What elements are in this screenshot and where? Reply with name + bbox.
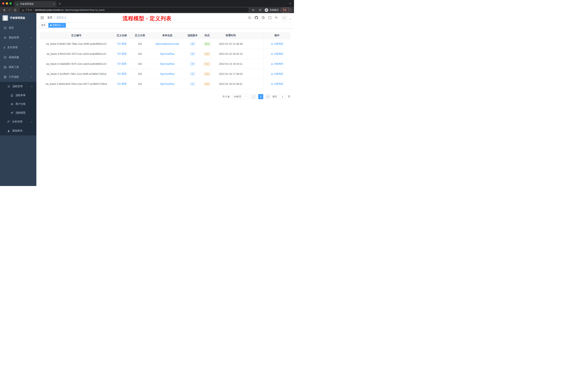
cell-spacer <box>247 59 263 69</box>
sidebar: 芋道管理系统 首页 系统管理 ¥ 支付管理 基础设施 <box>0 13 36 186</box>
chevron-up-icon <box>31 76 33 78</box>
cell-deploy-time: 2022-01-22 21:48:38 <box>215 39 247 49</box>
sidebar-logo[interactable]: 芋道管理系统 <box>0 13 36 23</box>
form-link[interactable]: /bpm/oa/flow <box>160 82 174 85</box>
tag-label: 首页 <box>41 24 45 27</box>
version-badge[interactable]: v5 <box>190 42 195 46</box>
sidebar-item-process-form[interactable]: 流程表单 <box>0 91 36 100</box>
sidebar-item-label: 请假查询 <box>12 129 22 132</box>
tag-close-icon[interactable]: × <box>63 24 64 26</box>
browser-tab[interactable]: 芋道管理系统 × <box>14 1 56 7</box>
definition-name-link[interactable]: OA 请假 <box>117 72 126 76</box>
assign-rule-button[interactable]: 分配规则 <box>271 62 283 66</box>
user-dropdown-caret-icon[interactable] <box>289 18 291 20</box>
tag-process-definition[interactable]: 流程定义 × <box>48 23 66 28</box>
update-label[interactable]: 更新 <box>283 9 287 12</box>
cell-definition-id: oa_leave:2:3c1f0ef1-76b1-11ec-9c66-a2380… <box>40 69 113 79</box>
minimize-window-button[interactable] <box>6 2 8 5</box>
address-bar[interactable]: 不安全 dashboard.yudao.iocoder.cn /bpm/mana… <box>20 8 249 12</box>
sidebar-item-infrastructure[interactable]: 基础设施 <box>0 52 36 62</box>
security-warning-icon[interactable] <box>22 9 24 11</box>
definition-name-link[interactable]: OA 请假 <box>117 42 126 45</box>
tag-home[interactable]: 首页 <box>39 23 47 28</box>
password-key-icon[interactable] <box>251 8 256 12</box>
forward-icon[interactable] <box>7 8 12 12</box>
fullscreen-icon[interactable] <box>268 16 272 19</box>
zoom-window-button[interactable] <box>10 2 12 5</box>
user-icon <box>271 63 273 65</box>
sidebar-item-home[interactable]: 首页 <box>0 23 36 33</box>
github-icon[interactable] <box>255 16 258 19</box>
help-icon[interactable] <box>262 16 265 19</box>
bookmark-star-icon[interactable] <box>258 8 262 12</box>
user-icon <box>271 43 273 45</box>
sidebar-item-workflow[interactable]: 工作流程 <box>0 72 36 82</box>
assign-rule-button[interactable]: 分配规则 <box>271 82 283 86</box>
search-icon[interactable] <box>248 16 251 19</box>
column-header: 定义分类 <box>131 32 149 39</box>
version-badge[interactable]: v2 <box>190 72 195 76</box>
monitor-icon <box>4 56 7 59</box>
font-size-icon[interactable]: TT <box>275 16 278 19</box>
version-badge[interactable]: v4 <box>190 52 195 56</box>
reload-icon[interactable] <box>13 8 17 12</box>
version-badge[interactable]: v1 <box>190 82 195 86</box>
column-spacer <box>247 32 263 39</box>
hamburger-icon[interactable] <box>39 15 45 21</box>
tab-search-chevron-icon[interactable] <box>289 0 292 7</box>
cell-category: OA <box>131 59 149 69</box>
sidebar-item-user-groups[interactable]: 用户分组 <box>0 100 36 109</box>
form-link[interactable]: /bpm/oa/flow <box>160 52 174 55</box>
assign-rule-button[interactable]: 分配规则 <box>271 52 283 55</box>
tab-title: 芋道管理系统 <box>20 2 52 6</box>
chevron-down-icon <box>31 47 33 49</box>
breadcrumb-home[interactable]: 首页 <box>47 16 52 19</box>
navbar-right-icons: TT <box>248 15 291 21</box>
security-label[interactable]: 不安全 <box>25 9 32 12</box>
assign-rule-button[interactable]: 分配规则 <box>271 42 283 45</box>
goto-label: 前往 <box>272 95 277 98</box>
sidebar-item-system[interactable]: 系统管理 <box>0 33 36 43</box>
sidebar-item-label: 任务管理 <box>12 120 22 123</box>
form-link[interactable]: /bpm/oa/leave/create <box>156 42 179 45</box>
sidebar-item-task-management[interactable]: 任务管理 <box>0 117 36 126</box>
definition-name-link[interactable]: OA 请假 <box>117 52 126 55</box>
sidebar-item-devtools[interactable]: 研发工具 <box>0 62 36 72</box>
workflow-icon <box>4 76 7 78</box>
cell-deploy-time: 2022-01-22 19:19:11 <box>215 59 247 69</box>
form-link[interactable]: /bpm/oa/flow <box>160 62 174 65</box>
definition-name-link[interactable]: OA 请假 <box>117 82 126 86</box>
sidebar-item-payment[interactable]: ¥ 支付管理 <box>0 43 36 52</box>
definition-name-link[interactable]: OA 请假 <box>117 62 126 66</box>
version-badge[interactable]: v3 <box>190 62 195 66</box>
sidebar-item-label: 系统管理 <box>9 36 19 39</box>
sidebar-item-process-model[interactable]: 流程模型 <box>0 109 36 117</box>
new-tab-button[interactable]: + <box>57 1 63 7</box>
sidebar-item-label: 流程模型 <box>15 111 26 114</box>
sidebar-item-label: 流程管理 <box>12 85 22 88</box>
app-frame: 芋道管理系统 首页 系统管理 ¥ 支付管理 基础设施 <box>0 13 294 186</box>
cell-definition-id: oa_leave:1:482ec033-762a-11ec-8477-a2380… <box>40 79 113 89</box>
table-row: oa_leave:1:482ec033-762a-11ec-8477-a2380… <box>40 79 290 89</box>
column-header: 流程版本 <box>185 32 200 39</box>
page-size-select[interactable]: 10条/页 <box>232 94 249 99</box>
tab-close-icon[interactable]: × <box>53 3 54 5</box>
browser-update-button[interactable]: 更新 <box>281 8 291 12</box>
form-link[interactable]: /bpm/oa/flow <box>160 72 174 75</box>
browser-tab-strip: 芋道管理系统 × + <box>0 0 294 7</box>
page-unit-label: 页 <box>288 95 290 98</box>
sidebar-item-leave-query[interactable]: 请假查询 <box>0 126 36 135</box>
sidebar-item-process-management[interactable]: 流程管理 <box>0 82 36 91</box>
chevron-down-icon <box>245 96 247 98</box>
active-tag-dot <box>50 25 52 26</box>
assign-rule-button[interactable]: 分配规则 <box>271 72 283 76</box>
user-avatar[interactable] <box>281 15 287 21</box>
goto-page-input[interactable] <box>279 94 286 99</box>
page-number-button[interactable]: 1 <box>258 94 263 99</box>
close-window-button[interactable] <box>2 2 4 5</box>
sidebar-item-label: 研发工具 <box>9 66 19 69</box>
back-icon[interactable] <box>2 8 7 12</box>
kebab-menu-icon <box>289 9 289 11</box>
prev-page-button[interactable] <box>251 94 256 99</box>
next-page-button[interactable] <box>265 94 271 99</box>
